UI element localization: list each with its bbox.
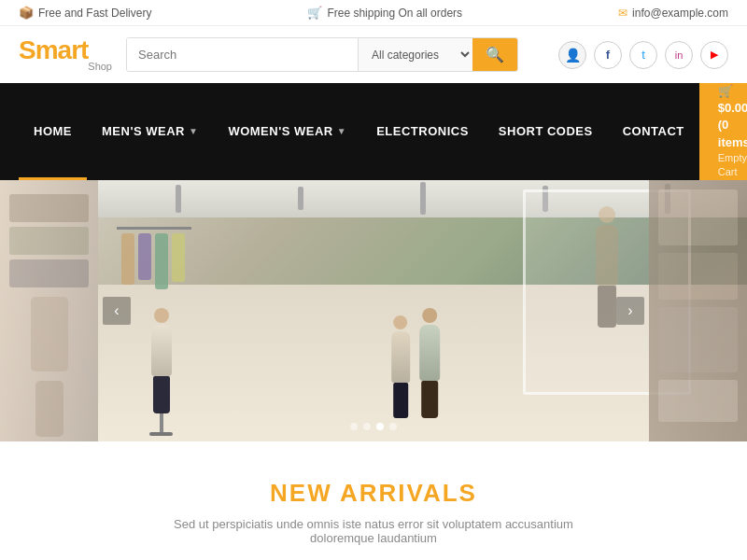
cart-items: (0 items) [718,118,747,148]
logo-sub: Shop [19,62,112,72]
slider-prev-button[interactable]: ‹ [103,297,131,325]
search-input[interactable] [127,38,358,71]
new-arrivals-section: NEW ARRIVALS Sed ut perspiciatis unde om… [0,441,747,560]
new-arrivals-highlight: NEW [270,479,332,507]
cart-button[interactable]: 🛒 $0.00 (0 items) Empty Cart [699,83,747,180]
logo-s: S [19,35,35,64]
delivery-info: 📦 Free and Fast Delivery [19,6,151,20]
logo-brand: Smart [19,37,112,63]
facebook-letter: f [606,48,610,62]
nav-item-electronics[interactable]: ELECTRONICS [361,83,484,180]
email-info: ✉ info@example.com [618,7,728,20]
slider-prev-icon: ‹ [114,302,119,319]
search-button[interactable]: 🔍 [472,38,517,71]
cart-price: $0.00 [718,101,747,115]
slider-next-icon: › [627,302,632,319]
shipping-text: Free shipping On all orders [327,7,462,20]
nav-label-electronics: ELECTRONICS [376,124,469,138]
header-icons: 👤 f t in ▶ [558,41,728,69]
nav-item-womens-wear[interactable]: WOMEN'S WEAR ▼ [213,83,361,180]
slider-left-strip [0,180,98,441]
youtube-icon[interactable]: ▶ [700,41,728,69]
new-arrivals-title: NEW ARRIVALS [19,479,728,508]
email-text: info@example.com [632,7,728,20]
slider-main: ‹ › [0,180,747,441]
new-arrivals-rest: ARRIVALS [332,479,477,507]
nav-label-womens: WOMEN'S WEAR [228,124,332,138]
cart-empty-label: Empty Cart [718,151,747,180]
instagram-symbol: in [675,49,684,61]
shipping-info: 🛒 Free shipping On all orders [307,6,462,20]
category-select[interactable]: All categories Men's Wear Women's Wear E… [358,38,472,71]
email-icon: ✉ [618,7,627,20]
shipping-icon: 🛒 [307,6,322,20]
new-arrivals-subtitle: Sed ut perspiciatis unde omnis iste natu… [140,517,607,545]
slider-dot-4[interactable] [389,423,397,430]
slider-dot-3[interactable] [376,423,384,430]
slider-next-button[interactable]: › [616,297,644,325]
nav-item-home[interactable]: HOME [19,83,87,180]
cart-price-line: 🛒 $0.00 (0 items) [718,83,747,151]
logo[interactable]: Smart Shop [19,37,112,72]
hero-slider: ‹ › [0,180,747,441]
delivery-icon: 📦 [19,6,34,20]
twitter-icon[interactable]: t [629,41,657,69]
user-account-icon[interactable]: 👤 [558,41,586,69]
search-bar[interactable]: All categories Men's Wear Women's Wear E… [126,37,518,72]
user-icon: 👤 [565,48,581,63]
youtube-symbol: ▶ [711,49,718,61]
nav-label-contact: CONTACT [623,124,684,138]
navbar: HOME MEN'S WEAR ▼ WOMEN'S WEAR ▼ ELECTRO… [0,83,747,180]
top-bar: 📦 Free and Fast Delivery 🛒 Free shipping… [0,0,747,26]
nav-label-short-codes: SHORT CODES [499,124,593,138]
nav-item-short-codes[interactable]: SHORT CODES [484,83,608,180]
slider-right-strip [649,180,747,441]
nav-label-home: HOME [34,124,72,138]
slider-dot-2[interactable] [363,423,371,430]
nav-item-contact[interactable]: CONTACT [608,83,699,180]
womens-dropdown-arrow: ▼ [337,126,346,136]
slider-dots [350,423,397,430]
delivery-text: Free and Fast Delivery [38,7,151,20]
search-icon: 🔍 [486,47,504,63]
logo-mart: mart [35,35,89,64]
nav-label-mens: MEN'S WEAR [102,124,185,138]
cart-icon: 🛒 [718,84,733,98]
facebook-icon[interactable]: f [594,41,622,69]
slider-dot-1[interactable] [350,423,358,430]
instagram-icon[interactable]: in [665,41,693,69]
header: Smart Shop All categories Men's Wear Wom… [0,26,747,83]
nav-item-mens-wear[interactable]: MEN'S WEAR ▼ [87,83,213,180]
mens-dropdown-arrow: ▼ [189,126,198,136]
twitter-letter: t [641,48,645,62]
